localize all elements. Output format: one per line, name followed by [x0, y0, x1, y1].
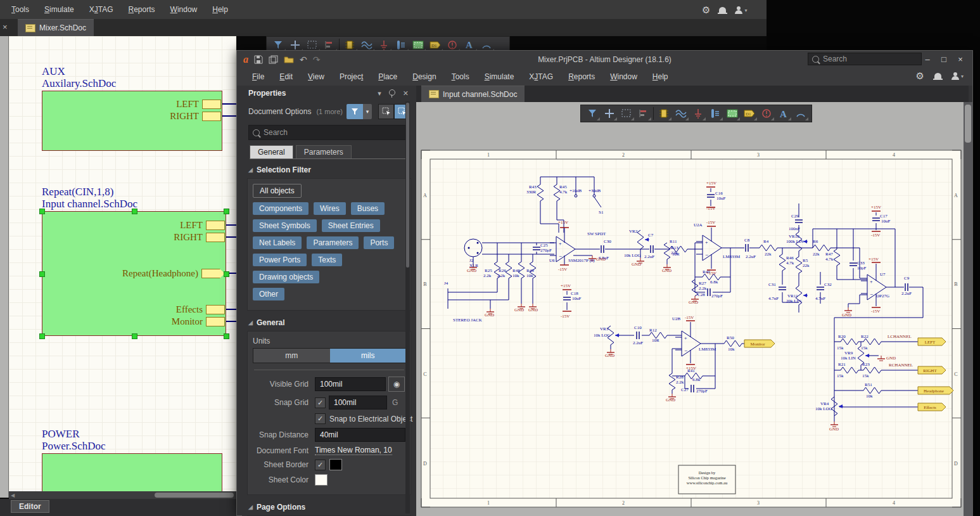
units-mils[interactable]: mils [330, 349, 407, 363]
filter-ports-button[interactable]: Ports [364, 236, 394, 249]
place-text-icon[interactable]: A [775, 106, 792, 121]
place-arc-icon[interactable] [792, 106, 809, 121]
selection-handle[interactable] [132, 209, 137, 214]
move-icon[interactable] [601, 106, 618, 121]
tab-general[interactable]: General [250, 145, 293, 158]
menu-item-view[interactable]: View [300, 70, 332, 83]
filter-wires-button[interactable]: Wires [314, 202, 346, 215]
filter-buses-button[interactable]: Buses [351, 202, 385, 215]
filter-drawing-objects-button[interactable]: Drawing objects [253, 271, 319, 283]
menu-item-reports[interactable]: Reports [121, 3, 163, 16]
selection-handle[interactable] [224, 209, 229, 214]
menu-item-xjtag[interactable]: XJTAG [521, 70, 561, 83]
align-icon[interactable] [635, 106, 652, 121]
sheet-entry-right[interactable]: RIGHT [42, 232, 225, 243]
sheet-color-swatch[interactable] [315, 474, 328, 486]
panel-scrollbar[interactable] [405, 101, 410, 513]
close-button[interactable]: × [952, 55, 969, 64]
panel-close-icon[interactable]: ✕ [403, 89, 409, 98]
menu-item-help[interactable]: Help [645, 70, 676, 83]
selection-handle[interactable] [39, 333, 45, 339]
grid-visibility-button[interactable]: ◉ [388, 377, 405, 392]
place-wire-icon[interactable] [672, 106, 689, 121]
selection-handle[interactable] [39, 271, 45, 277]
filter-icon[interactable] [583, 106, 601, 121]
section-selection-filter[interactable]: ◢ Selection Filter [242, 159, 416, 177]
menu-item-design[interactable]: Design [405, 70, 443, 83]
maximize-button[interactable]: □ [936, 55, 952, 64]
snap-grid-checkbox[interactable]: ✓ [315, 397, 326, 408]
menu-item-tools[interactable]: Tools [444, 70, 477, 83]
place-directive-icon[interactable] [758, 106, 775, 121]
user-menu[interactable]: ▾ [735, 6, 747, 14]
bell-icon[interactable] [719, 7, 726, 13]
tab-close-icon[interactable]: × [3, 22, 8, 32]
panel-dropdown-icon[interactable]: ▾ [378, 89, 381, 98]
menu-item-help[interactable]: Help [205, 3, 236, 16]
filter-net-labels-button[interactable]: Net Labels [253, 236, 302, 249]
save-all-icon[interactable] [269, 55, 278, 64]
panel-search-input[interactable]: Search [248, 125, 410, 140]
snap-grid-input[interactable]: 100mil [329, 396, 387, 410]
sheet-symbol-power[interactable] [42, 453, 222, 491]
place-part-icon[interactable] [655, 106, 672, 121]
filter-split-button[interactable]: ▾ [347, 104, 372, 119]
filter-other-button[interactable]: Other [253, 288, 284, 300]
filter-all-objects-button[interactable]: All objects [253, 184, 302, 198]
menu-item-tools[interactable]: Tools [4, 3, 37, 16]
select-icon[interactable] [618, 106, 635, 121]
open-folder-icon[interactable] [284, 55, 294, 63]
menu-item-window[interactable]: Window [602, 70, 645, 83]
menu-item-xjtag[interactable]: XJTAG [82, 3, 121, 16]
sheet-entry-repeat-headphone-[interactable]: Repeat(Headphone) [42, 268, 225, 279]
place-port-icon[interactable]: D1 [741, 106, 758, 121]
units-mm[interactable]: mm [253, 349, 330, 363]
section-page-options[interactable]: ◢ Page Options [242, 496, 416, 514]
place-power-port-icon[interactable] [689, 106, 706, 121]
sheet-border-checkbox[interactable]: ✓ [315, 460, 326, 470]
mixer-schematic-canvas[interactable]: AUXAuxilary.SchDocLEFTRIGHTRepeat(CIN,1,… [9, 36, 236, 491]
pin-icon[interactable] [389, 89, 395, 97]
visible-grid-input[interactable]: 100mil [315, 377, 386, 391]
selection-handle[interactable] [132, 333, 137, 339]
sheet-entry-right[interactable]: RIGHT [42, 111, 221, 122]
snap-distance-input[interactable]: 40mil [315, 428, 405, 442]
filter-sheet-symbols-button[interactable]: Sheet Symbols [253, 219, 317, 232]
filter-components-button[interactable]: Components [253, 202, 309, 215]
editor-scrollbar-thumb[interactable] [965, 105, 971, 143]
document-font-link[interactable]: Times New Roman, 10 [315, 446, 392, 455]
schematic-editor-canvas[interactable]: 12341234AABBCCDD+−+−+−+−MonitorLEFTRIGHT… [416, 102, 964, 516]
altium-logo-icon[interactable]: a [243, 54, 248, 65]
menu-item-reports[interactable]: Reports [561, 70, 602, 83]
editor-scrollbar[interactable] [964, 102, 972, 516]
selection-handle[interactable] [224, 271, 229, 277]
scrollbar-thumb[interactable] [155, 493, 234, 498]
menu-item-place[interactable]: Place [371, 70, 405, 83]
filter-power-ports-button[interactable]: Power Ports [253, 254, 307, 266]
snap-electrical-checkbox[interactable]: ✓ [315, 413, 326, 424]
titlebar[interactable]: a ↶ ↷ Mixer.PrjPCB - Altium Designer (18… [237, 51, 972, 68]
sheet-border-color-swatch[interactable] [329, 459, 342, 470]
sheet-entry-effects[interactable]: Effects [42, 304, 225, 315]
filter-texts-button[interactable]: Texts [312, 254, 342, 266]
panel-scrollbar-thumb[interactable] [406, 103, 409, 268]
editor-button[interactable]: Editor [11, 500, 49, 513]
menu-item-file[interactable]: File [245, 70, 272, 83]
tab-mixer-schdoc[interactable]: Mixer.SchDoc [18, 19, 94, 36]
menu-item-project[interactable]: Project [332, 70, 371, 83]
tab-input-channel-schdoc[interactable]: Input channel.SchDoc [421, 86, 525, 102]
user-menu[interactable]: ▾ [951, 72, 964, 80]
place-sheet-symbol-icon[interactable] [723, 106, 741, 121]
sheet-entry-monitor[interactable]: Monitor [42, 316, 225, 327]
menu-item-simulate[interactable]: Simulate [37, 3, 82, 16]
selection-handle[interactable] [224, 333, 229, 339]
sheet-entry-left[interactable]: LEFT [42, 99, 221, 110]
gear-icon[interactable]: ⚙ [916, 70, 924, 82]
menu-item-edit[interactable]: Edit [272, 70, 300, 83]
redo-icon[interactable]: ↷ [313, 55, 321, 65]
select-overlap-button[interactable] [378, 104, 394, 119]
place-bus-icon[interactable] [706, 106, 723, 121]
filter-parameters-button[interactable]: Parameters [307, 236, 359, 249]
scroll-left-icon[interactable]: ◀ [11, 493, 15, 498]
filter-sheet-entries-button[interactable]: Sheet Entries [322, 219, 380, 232]
